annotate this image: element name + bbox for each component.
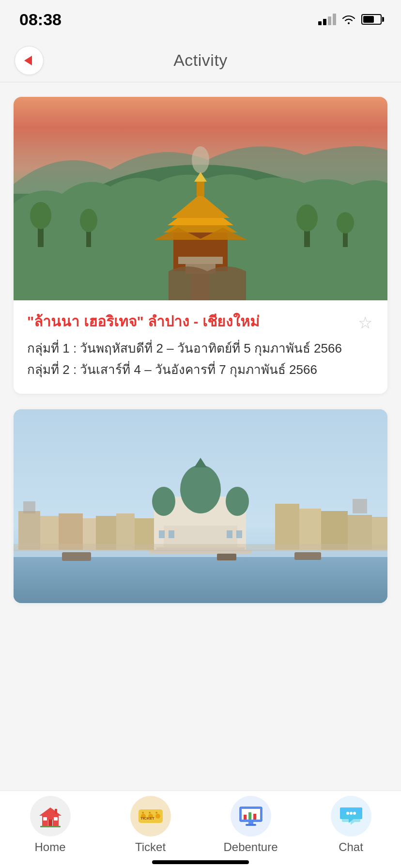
svg-point-20 <box>296 204 318 232</box>
svg-rect-54 <box>14 544 387 551</box>
svg-point-34 <box>152 487 175 516</box>
svg-rect-49 <box>227 530 232 538</box>
svg-rect-39 <box>275 504 299 550</box>
svg-rect-74 <box>248 812 251 820</box>
svg-rect-40 <box>299 509 321 550</box>
svg-point-14 <box>192 146 209 173</box>
debenture-icon-wrap <box>231 796 271 837</box>
home-label: Home <box>34 840 65 854</box>
svg-point-18 <box>80 209 97 232</box>
svg-rect-61 <box>55 809 57 814</box>
ticket-label: Ticket <box>135 840 166 854</box>
svg-rect-62 <box>40 826 61 827</box>
svg-rect-48 <box>169 530 174 538</box>
card-1-group1: กลุ่มที่ 1 : วันพฤหัสบดีที่ 2 – วันอาทิต… <box>27 338 374 359</box>
main-content: "ล้านนา เฮอริเทจ" ลำปาง - เชียงใหม่ กลุ่… <box>0 82 401 720</box>
chat-icon <box>338 805 364 828</box>
svg-rect-53 <box>217 554 236 560</box>
temple-image <box>14 97 387 300</box>
nav-ticket[interactable]: ★ ★ ★ TICKET Ticket <box>100 791 200 858</box>
svg-rect-59 <box>43 817 47 821</box>
star-icon: ☆ <box>358 313 372 332</box>
back-button[interactable] <box>15 46 44 75</box>
header: Activity <box>0 39 401 82</box>
svg-rect-55 <box>23 501 35 513</box>
ticket-icon: ★ ★ ★ TICKET <box>138 807 164 825</box>
svg-text:★: ★ <box>155 811 158 814</box>
svg-text:TICKET: TICKET <box>140 816 154 821</box>
debenture-label: Debenture <box>223 840 278 854</box>
nav-debenture[interactable]: Debenture <box>200 791 301 858</box>
bottom-nav: Home ★ ★ ★ TICKET Ticket <box>0 790 401 868</box>
home-icon <box>38 805 62 827</box>
svg-point-16 <box>30 202 51 229</box>
svg-rect-7 <box>197 179 204 196</box>
svg-rect-52 <box>294 552 321 560</box>
page-title: Activity <box>173 51 228 70</box>
card-1-body: "ล้านนา เฮอริเทจ" ลำปาง - เชียงใหม่ กลุ่… <box>14 300 387 394</box>
chat-label: Chat <box>339 840 363 854</box>
svg-rect-51 <box>62 552 91 561</box>
svg-rect-50 <box>236 530 242 538</box>
status-icons <box>318 14 382 25</box>
svg-text:★: ★ <box>148 811 151 814</box>
svg-point-66 <box>155 814 160 819</box>
svg-point-79 <box>350 812 353 815</box>
battery-icon <box>361 14 382 25</box>
svg-rect-75 <box>253 814 256 820</box>
home-indicator <box>152 860 249 864</box>
svg-rect-13 <box>178 257 223 264</box>
back-arrow-icon <box>24 56 32 65</box>
favorite-button[interactable]: ☆ <box>355 312 376 333</box>
svg-point-35 <box>226 487 249 516</box>
helsinki-image <box>14 409 387 603</box>
card-1-title: "ล้านนา เฮอริเทจ" ลำปาง - เชียงใหม่ <box>27 312 374 331</box>
nav-home[interactable]: Home <box>0 791 100 858</box>
svg-point-78 <box>346 812 349 815</box>
home-icon-wrap <box>30 796 71 837</box>
svg-rect-47 <box>159 530 165 538</box>
activity-card-1[interactable]: "ล้านนา เฮอริเทจ" ลำปาง - เชียงใหม่ กลุ่… <box>14 97 387 394</box>
card-1-group2: กลุ่มที่ 2 : วันเสาร์ที่ 4 – วันอังคารที… <box>27 359 374 380</box>
svg-text:★: ★ <box>141 811 144 814</box>
svg-rect-77 <box>246 824 256 826</box>
activity-card-2[interactable] <box>14 409 387 603</box>
wifi-icon <box>342 15 355 24</box>
svg-rect-60 <box>54 817 58 821</box>
nav-chat[interactable]: Chat <box>301 791 401 858</box>
status-bar: 08:38 <box>0 0 401 39</box>
ticket-icon-wrap: ★ ★ ★ TICKET <box>130 796 171 837</box>
debenture-icon <box>238 805 264 827</box>
chat-icon-wrap <box>331 796 371 837</box>
status-time: 08:38 <box>19 10 62 29</box>
svg-point-22 <box>337 212 354 233</box>
svg-rect-58 <box>48 820 52 826</box>
signal-icon <box>318 14 336 25</box>
svg-rect-73 <box>244 815 247 820</box>
svg-point-80 <box>353 812 356 815</box>
svg-rect-56 <box>353 499 367 513</box>
